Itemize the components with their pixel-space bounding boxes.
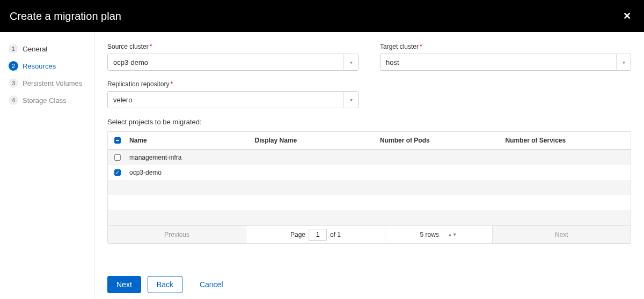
page-number-input[interactable] — [309, 229, 327, 241]
modal-body: 1 General 2 Resources 3 Persistent Volum… — [0, 32, 644, 299]
step-resources[interactable]: 2 Resources — [9, 61, 85, 71]
replication-repository-label: Replication repository* — [107, 80, 358, 88]
table-header-row: Name Display Name Number of Pods Number … — [108, 132, 631, 150]
table-row[interactable]: management-infra — [108, 150, 631, 165]
header-number-of-services[interactable]: Number of Services — [506, 137, 631, 144]
select-value: velero — [107, 91, 358, 108]
select-value: ocp3-demo — [107, 54, 358, 71]
select-all-checkbox[interactable] — [114, 137, 121, 144]
required-asterisk: * — [420, 43, 422, 50]
next-page-button[interactable]: Next — [493, 226, 631, 243]
replication-repository-select[interactable]: velero ▾ — [107, 91, 358, 108]
step-label: Persistent Volumes — [23, 79, 82, 87]
table-pagination: Previous Page of 1 5 rows ▲▼ Next — [108, 225, 631, 243]
required-asterisk: * — [150, 43, 152, 50]
close-icon[interactable]: ✕ — [623, 10, 633, 22]
rows-label: 5 rows — [420, 231, 439, 238]
label-text: Replication repository — [107, 80, 169, 88]
step-number: 1 — [9, 44, 18, 54]
step-label: Storage Class — [23, 96, 67, 104]
wizard-footer: Next Back Cancel — [107, 276, 631, 293]
header-number-of-pods[interactable]: Number of Pods — [380, 137, 506, 144]
header-name[interactable]: Name — [127, 137, 255, 144]
row-checkbox[interactable]: ✓ — [114, 169, 121, 176]
cancel-button[interactable]: Cancel — [195, 276, 228, 293]
field-target-cluster: Target cluster* host ▾ — [380, 43, 631, 71]
label-text: Target cluster — [380, 43, 419, 50]
target-cluster-label: Target cluster* — [380, 43, 631, 50]
projects-section-label: Select projects to be migrated: — [107, 118, 631, 126]
modal-header: Create a migration plan ✕ — [0, 0, 644, 32]
required-asterisk: * — [170, 80, 173, 88]
sort-icon: ▲▼ — [448, 232, 457, 237]
row-checkbox[interactable] — [114, 154, 121, 161]
modal-title: Create a migration plan — [10, 10, 121, 23]
wizard-content: Source cluster* ocp3-demo ▾ Target clust… — [94, 32, 644, 299]
cell-name: ocp3-demo — [127, 169, 255, 176]
target-cluster-select[interactable]: host ▾ — [380, 54, 631, 71]
table-empty-row — [108, 195, 631, 210]
table-empty-row — [108, 180, 631, 195]
step-number: 3 — [9, 78, 18, 88]
back-button[interactable]: Back — [148, 276, 182, 293]
step-label: General — [23, 45, 47, 53]
page-of-label: of 1 — [330, 231, 341, 238]
page-indicator: Page of 1 — [246, 226, 385, 243]
wizard-sidebar: 1 General 2 Resources 3 Persistent Volum… — [0, 32, 94, 299]
step-number: 2 — [9, 61, 18, 71]
field-replication-repository: Replication repository* velero ▾ — [107, 80, 358, 108]
rows-per-page-select[interactable]: 5 rows ▲▼ — [385, 226, 493, 243]
step-persistent-volumes[interactable]: 3 Persistent Volumes — [9, 78, 85, 88]
next-button[interactable]: Next — [107, 276, 141, 293]
projects-table: Name Display Name Number of Pods Number … — [107, 131, 631, 244]
header-display-name[interactable]: Display Name — [255, 137, 380, 144]
step-general[interactable]: 1 General — [9, 44, 85, 54]
header-checkbox-cell — [108, 137, 127, 144]
cell-name: management-infra — [127, 154, 255, 161]
page-label: Page — [290, 231, 305, 238]
step-number: 4 — [9, 95, 18, 105]
step-storage-class[interactable]: 4 Storage Class — [9, 95, 85, 105]
field-source-cluster: Source cluster* ocp3-demo ▾ — [107, 43, 358, 71]
label-text: Source cluster — [107, 43, 149, 50]
table-row[interactable]: ✓ ocp3-demo — [108, 165, 631, 180]
select-value: host — [380, 54, 631, 71]
previous-page-button[interactable]: Previous — [108, 226, 246, 243]
source-cluster-select[interactable]: ocp3-demo ▾ — [107, 54, 358, 71]
table-empty-row — [108, 210, 631, 225]
source-cluster-label: Source cluster* — [107, 43, 358, 50]
step-label: Resources — [23, 62, 56, 70]
